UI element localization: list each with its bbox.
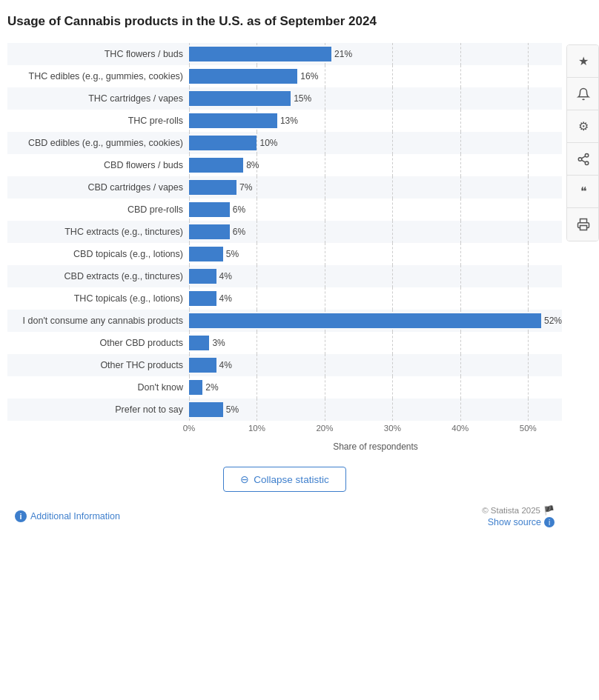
collapse-icon: ⊖ (240, 473, 249, 485)
bar-value-label: 10% (259, 138, 277, 148)
info-icon: i (15, 510, 27, 522)
x-tick-label: 10% (248, 424, 265, 433)
grid-line (257, 176, 257, 199)
bar-label: CBD flowers / buds (7, 160, 189, 171)
bar-label: THC extracts (e.g., tinctures) (7, 227, 189, 238)
svg-point-2 (585, 161, 589, 165)
grid-line (325, 132, 325, 154)
star-button[interactable]: ★ (567, 45, 599, 78)
bar-row: THC pre-rolls13% (7, 110, 562, 132)
bar-fill (189, 158, 243, 173)
bar-fill (189, 91, 291, 106)
grid-line (460, 43, 461, 65)
grid-line (460, 287, 461, 310)
print-button[interactable] (567, 208, 599, 241)
bar-track: 7% (189, 176, 562, 199)
grid-line (392, 132, 393, 154)
bar-track: 2% (189, 376, 562, 399)
bar-label: Other CBD products (7, 338, 189, 349)
bar-value-label: 52% (544, 316, 562, 326)
grid-line (392, 43, 393, 65)
grid-line (460, 399, 461, 421)
grid-line (460, 176, 461, 199)
bar-fill (189, 247, 223, 261)
grid-line (392, 176, 393, 199)
bar-fill (189, 180, 236, 195)
grid-line (257, 332, 257, 354)
show-source-icon: i (544, 517, 555, 527)
bar-track: 4% (189, 287, 562, 310)
grid-line (528, 332, 529, 354)
svg-point-0 (585, 153, 589, 157)
grid-line (257, 376, 257, 399)
bar-value-label: 5% (226, 249, 239, 259)
show-source-link[interactable]: Show source i (488, 517, 555, 527)
bar-value-label: 5% (226, 404, 239, 415)
share-button[interactable] (567, 143, 599, 176)
bar-row: I don't consume any cannabis products52% (7, 310, 562, 332)
grid-line (325, 376, 325, 399)
bar-track: 4% (189, 354, 562, 376)
grid-line (325, 154, 325, 176)
bar-fill (189, 202, 230, 217)
bar-value-label: 4% (219, 293, 232, 304)
grid-line (257, 354, 257, 376)
bar-fill (189, 358, 216, 373)
grid-line (528, 43, 529, 65)
bar-row: CBD extracts (e.g., tinctures)4% (7, 265, 562, 287)
bar-label: CBD extracts (e.g., tinctures) (7, 271, 189, 282)
grid-line (392, 243, 393, 265)
bar-track: 6% (189, 221, 562, 243)
grid-line (257, 243, 257, 265)
grid-line (257, 199, 257, 221)
bar-track: 3% (189, 332, 562, 354)
grid-line (460, 243, 461, 265)
bell-button[interactable] (567, 78, 599, 110)
quote-button[interactable]: ❝ (567, 176, 599, 208)
bar-row: CBD pre-rolls6% (7, 199, 562, 221)
grid-line (325, 399, 325, 421)
grid-line (460, 221, 461, 243)
grid-line (392, 354, 393, 376)
grid-line (392, 221, 393, 243)
bar-label: Other THC products (7, 360, 189, 371)
grid-line (325, 221, 325, 243)
x-tick-label: 30% (384, 424, 401, 433)
collapse-button[interactable]: ⊖ Collapse statistic (223, 467, 345, 492)
bar-label: CBD topicals (e.g., lotions) (7, 249, 189, 260)
x-axis-title: Share of respondents (189, 441, 562, 452)
gear-button[interactable]: ⚙ (567, 110, 599, 143)
x-tick-label: 40% (451, 424, 469, 433)
bar-row: Don't know2% (7, 376, 562, 399)
bottom-bar: i Additional Information © Statista 2025… (7, 499, 562, 533)
bar-fill (189, 113, 277, 128)
bar-row: Other THC products4% (7, 354, 562, 376)
grid-line (325, 332, 325, 354)
bar-label: CBD cartridges / vapes (7, 182, 189, 193)
bar-track: 8% (189, 154, 562, 176)
bar-label: CBD edibles (e.g., gummies, cookies) (7, 138, 189, 149)
svg-line-3 (581, 160, 585, 162)
bar-fill (189, 47, 331, 61)
bar-row: THC extracts (e.g., tinctures)6% (7, 221, 562, 243)
grid-line (528, 65, 529, 87)
bar-label: Prefer not to say (7, 404, 189, 416)
grid-line (325, 176, 325, 199)
bar-track: 52% (189, 310, 562, 332)
sidebar: ★ ⚙ ❝ (566, 44, 599, 241)
svg-point-1 (578, 157, 582, 161)
bar-track: 13% (189, 110, 562, 132)
additional-info-link[interactable]: i Additional Information (15, 510, 120, 522)
bar-row: CBD cartridges / vapes7% (7, 176, 562, 199)
bar-fill (189, 402, 223, 417)
grid-line (528, 87, 529, 110)
grid-line (392, 199, 393, 221)
bar-label: THC topicals (e.g., lotions) (7, 293, 189, 304)
bar-fill (189, 291, 216, 306)
bar-value-label: 3% (212, 338, 225, 348)
bar-track: 4% (189, 265, 562, 287)
bar-value-label: 4% (219, 271, 232, 281)
grid-line (325, 199, 325, 221)
svg-rect-5 (580, 226, 587, 230)
bar-row: Other CBD products3% (7, 332, 562, 354)
